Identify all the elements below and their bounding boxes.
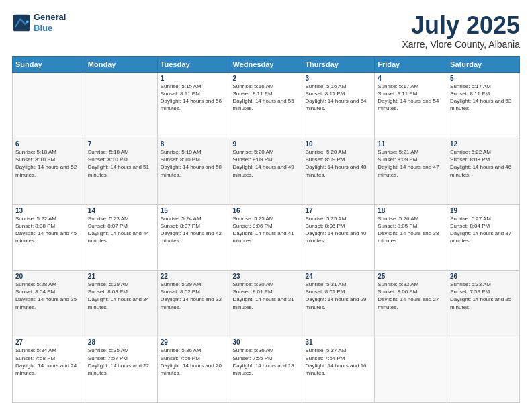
- table-row: [375, 336, 447, 403]
- table-row: 1Sunrise: 5:15 AMSunset: 8:11 PMDaylight…: [157, 72, 230, 138]
- table-row: 14Sunrise: 5:23 AMSunset: 8:07 PMDayligh…: [85, 204, 157, 270]
- day-number: 17: [305, 207, 371, 214]
- day-number: 14: [88, 207, 154, 214]
- cell-info: Sunrise: 5:26 AMSunset: 8:05 PMDaylight:…: [378, 215, 444, 245]
- day-number: 11: [378, 140, 444, 148]
- cell-info: Sunrise: 5:18 AMSunset: 8:10 PMDaylight:…: [88, 148, 154, 179]
- cell-info: Sunrise: 5:22 AMSunset: 8:08 PMDaylight:…: [15, 215, 82, 245]
- cell-info: Sunrise: 5:16 AMSunset: 8:11 PMDaylight:…: [305, 83, 371, 113]
- cell-info: Sunrise: 5:29 AMSunset: 8:03 PMDaylight:…: [88, 281, 154, 311]
- table-row: 24Sunrise: 5:31 AMSunset: 8:01 PMDayligh…: [302, 271, 375, 336]
- table-row: [447, 336, 520, 403]
- cell-info: Sunrise: 5:21 AMSunset: 8:09 PMDaylight:…: [378, 148, 444, 179]
- day-number: 5: [450, 75, 517, 82]
- day-number: 16: [233, 207, 300, 214]
- table-row: 2Sunrise: 5:16 AMSunset: 8:11 PMDaylight…: [230, 72, 302, 138]
- table-row: [13, 72, 85, 138]
- cell-info: Sunrise: 5:33 AMSunset: 7:59 PMDaylight:…: [450, 281, 517, 311]
- week-row-1: 1Sunrise: 5:15 AMSunset: 8:11 PMDaylight…: [13, 72, 520, 138]
- table-row: 21Sunrise: 5:29 AMSunset: 8:03 PMDayligh…: [85, 271, 157, 336]
- day-number: 27: [15, 338, 82, 346]
- logo-icon: [12, 13, 31, 32]
- day-number: 25: [378, 273, 444, 280]
- day-number: 10: [305, 140, 371, 148]
- table-row: 18Sunrise: 5:26 AMSunset: 8:05 PMDayligh…: [375, 204, 447, 270]
- table-row: 20Sunrise: 5:28 AMSunset: 8:04 PMDayligh…: [13, 271, 85, 336]
- week-row-4: 20Sunrise: 5:28 AMSunset: 8:04 PMDayligh…: [13, 271, 520, 336]
- logo-text: General Blue: [34, 12, 66, 33]
- col-wednesday: Wednesday: [230, 56, 302, 72]
- table-row: 31Sunrise: 5:37 AMSunset: 7:54 PMDayligh…: [302, 336, 375, 403]
- cell-info: Sunrise: 5:30 AMSunset: 8:01 PMDaylight:…: [233, 281, 300, 311]
- title-block: July 2025 Xarre, Vlore County, Albania: [402, 12, 520, 50]
- day-number: 31: [305, 338, 371, 346]
- cell-info: Sunrise: 5:25 AMSunset: 8:06 PMDaylight:…: [305, 215, 371, 245]
- svg-rect-0: [13, 14, 30, 31]
- table-row: 3Sunrise: 5:16 AMSunset: 8:11 PMDaylight…: [302, 72, 375, 138]
- table-row: 6Sunrise: 5:18 AMSunset: 8:10 PMDaylight…: [13, 138, 85, 204]
- cell-info: Sunrise: 5:37 AMSunset: 7:54 PMDaylight:…: [305, 347, 371, 377]
- cell-info: Sunrise: 5:34 AMSunset: 7:58 PMDaylight:…: [15, 347, 82, 377]
- logo: General Blue: [12, 12, 66, 33]
- day-number: 13: [15, 207, 82, 214]
- table-row: 23Sunrise: 5:30 AMSunset: 8:01 PMDayligh…: [230, 271, 302, 336]
- week-row-3: 13Sunrise: 5:22 AMSunset: 8:08 PMDayligh…: [13, 204, 520, 270]
- cell-info: Sunrise: 5:20 AMSunset: 8:09 PMDaylight:…: [305, 148, 371, 179]
- col-saturday: Saturday: [447, 56, 520, 72]
- cell-info: Sunrise: 5:31 AMSunset: 8:01 PMDaylight:…: [305, 281, 371, 311]
- week-row-5: 27Sunrise: 5:34 AMSunset: 7:58 PMDayligh…: [13, 336, 520, 403]
- cell-info: Sunrise: 5:18 AMSunset: 8:10 PMDaylight:…: [15, 148, 82, 179]
- col-sunday: Sunday: [13, 56, 85, 72]
- cell-info: Sunrise: 5:36 AMSunset: 7:55 PMDaylight:…: [233, 347, 300, 377]
- table-row: [85, 72, 157, 138]
- day-number: 4: [378, 75, 444, 82]
- col-thursday: Thursday: [302, 56, 375, 72]
- day-number: 2: [233, 75, 300, 82]
- table-row: 30Sunrise: 5:36 AMSunset: 7:55 PMDayligh…: [230, 336, 302, 403]
- table-row: 10Sunrise: 5:20 AMSunset: 8:09 PMDayligh…: [302, 138, 375, 204]
- table-row: 11Sunrise: 5:21 AMSunset: 8:09 PMDayligh…: [375, 138, 447, 204]
- calendar-table: Sunday Monday Tuesday Wednesday Thursday…: [12, 56, 520, 403]
- logo-line1: General: [34, 12, 66, 23]
- cell-info: Sunrise: 5:29 AMSunset: 8:02 PMDaylight:…: [161, 281, 227, 311]
- cell-info: Sunrise: 5:20 AMSunset: 8:09 PMDaylight:…: [233, 148, 300, 179]
- cell-info: Sunrise: 5:36 AMSunset: 7:56 PMDaylight:…: [161, 347, 227, 377]
- cell-info: Sunrise: 5:24 AMSunset: 8:07 PMDaylight:…: [161, 215, 227, 245]
- day-number: 23: [233, 273, 300, 280]
- col-friday: Friday: [375, 56, 447, 72]
- cell-info: Sunrise: 5:19 AMSunset: 8:10 PMDaylight:…: [161, 148, 227, 179]
- day-number: 18: [378, 207, 444, 214]
- cell-info: Sunrise: 5:32 AMSunset: 8:00 PMDaylight:…: [378, 281, 444, 311]
- cell-info: Sunrise: 5:27 AMSunset: 8:04 PMDaylight:…: [450, 215, 517, 245]
- col-monday: Monday: [85, 56, 157, 72]
- month-title: July 2025: [402, 12, 520, 39]
- logo-line2: Blue: [34, 23, 52, 33]
- table-row: 8Sunrise: 5:19 AMSunset: 8:10 PMDaylight…: [157, 138, 230, 204]
- day-number: 24: [305, 273, 371, 280]
- table-row: 22Sunrise: 5:29 AMSunset: 8:02 PMDayligh…: [157, 271, 230, 336]
- day-number: 6: [15, 140, 82, 148]
- table-row: 16Sunrise: 5:25 AMSunset: 8:06 PMDayligh…: [230, 204, 302, 270]
- day-number: 1: [161, 75, 227, 82]
- day-number: 8: [161, 140, 227, 148]
- cell-info: Sunrise: 5:25 AMSunset: 8:06 PMDaylight:…: [233, 215, 300, 245]
- day-number: 19: [450, 207, 517, 214]
- day-number: 12: [450, 140, 517, 148]
- cell-info: Sunrise: 5:35 AMSunset: 7:57 PMDaylight:…: [88, 347, 154, 377]
- cell-info: Sunrise: 5:22 AMSunset: 8:08 PMDaylight:…: [450, 148, 517, 179]
- location: Xarre, Vlore County, Albania: [402, 39, 520, 50]
- table-row: 12Sunrise: 5:22 AMSunset: 8:08 PMDayligh…: [447, 138, 520, 204]
- week-row-2: 6Sunrise: 5:18 AMSunset: 8:10 PMDaylight…: [13, 138, 520, 204]
- day-number: 29: [161, 338, 227, 346]
- table-row: 7Sunrise: 5:18 AMSunset: 8:10 PMDaylight…: [85, 138, 157, 204]
- cell-info: Sunrise: 5:15 AMSunset: 8:11 PMDaylight:…: [161, 83, 227, 113]
- day-number: 7: [88, 140, 154, 148]
- table-row: 5Sunrise: 5:17 AMSunset: 8:11 PMDaylight…: [447, 72, 520, 138]
- svg-point-1: [26, 20, 29, 23]
- day-number: 20: [15, 273, 82, 280]
- table-row: 26Sunrise: 5:33 AMSunset: 7:59 PMDayligh…: [447, 271, 520, 336]
- day-number: 30: [233, 338, 300, 346]
- day-number: 3: [305, 75, 371, 82]
- day-number: 28: [88, 338, 154, 346]
- cell-info: Sunrise: 5:28 AMSunset: 8:04 PMDaylight:…: [15, 281, 82, 311]
